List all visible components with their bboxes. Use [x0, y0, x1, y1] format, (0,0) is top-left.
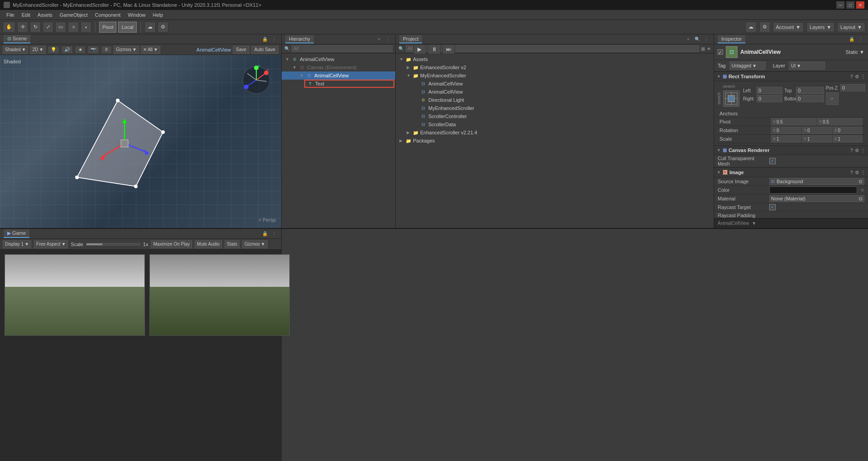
local-button[interactable]: Local	[118, 22, 136, 33]
scene-viewport[interactable]: X Y Z Shaded < Persp	[0, 55, 281, 228]
hierarchy-item-text[interactable]: T Text	[282, 80, 395, 88]
proj-item-animal-cell-view2[interactable]: ⊡ AnimalCellView	[396, 88, 714, 96]
fx-toggle[interactable]: ★	[75, 46, 86, 54]
scene-tab[interactable]: ⊙ Scene	[4, 35, 30, 43]
project-add-icon[interactable]: +	[685, 36, 692, 43]
grid-toggle[interactable]: #	[101, 46, 112, 54]
pivot-y-field[interactable]: Y 0.5	[817, 118, 863, 125]
color-pick-icon[interactable]: ⊙	[861, 188, 864, 192]
account-dropdown[interactable]: Account ▼	[773, 22, 804, 32]
maximize-button[interactable]: □	[846, 1, 854, 9]
proj-item-directional-light[interactable]: ⊙ Directional Light	[396, 96, 714, 104]
top-value[interactable]: 0	[796, 87, 824, 94]
pivot-x-field[interactable]: X 0.5	[771, 118, 816, 125]
collab-icon[interactable]: ☁	[745, 22, 757, 33]
menu-edit[interactable]: Edit	[18, 11, 34, 19]
hierarchy-item-canvas-env[interactable]: ▼ □ Canvas (Environment)	[282, 63, 395, 71]
hierarchy-tab[interactable]: Hierarchy	[285, 35, 314, 43]
aspect-dropdown[interactable]: Free Aspect ▼	[34, 240, 68, 248]
scene-lock-icon[interactable]: 🔒	[261, 36, 269, 43]
cr-help-icon[interactable]: ?	[850, 148, 853, 153]
project-menu-icon[interactable]: ⋮	[703, 36, 710, 43]
move-tool[interactable]: ✛	[17, 22, 28, 33]
mode-2d-dropdown[interactable]: 2D ▼	[30, 46, 46, 54]
cr-arrow[interactable]: ▼	[717, 148, 721, 152]
display-dropdown[interactable]: Display 1 ▼	[3, 240, 31, 248]
proj-item-enhanced-scroller-v2-2[interactable]: ▶ 📁 EnhancedScroller v2.21.4	[396, 128, 714, 137]
settings-icon[interactable]: ⚙	[759, 22, 770, 33]
rect-transform-arrow[interactable]: ▼	[717, 74, 721, 79]
source-image-pick-icon[interactable]: ⊙	[858, 179, 863, 185]
proj-item-packages[interactable]: ▶ 📁 Packages	[396, 137, 714, 145]
pause-button[interactable]: ⏸	[428, 44, 441, 54]
step-button[interactable]: ⏭	[442, 44, 455, 54]
menu-component[interactable]: Component	[91, 11, 124, 19]
hierarchy-item-scene[interactable]: ▼ ⊙ AnimalCellView	[282, 55, 395, 63]
proj-item-scroller-data[interactable]: ⊡ ScrollerData	[396, 120, 714, 128]
dot-tool[interactable]: •	[81, 22, 91, 33]
game-tab[interactable]: ▶ Game	[4, 229, 29, 238]
game-lock-icon[interactable]: 🔒	[261, 230, 269, 238]
object-enabled-checkbox[interactable]: ✓	[718, 49, 723, 55]
light-toggle[interactable]: 💡	[48, 46, 59, 54]
rt-anchor-diagram[interactable]	[723, 90, 739, 107]
project-search-icon[interactable]: 🔍	[694, 36, 701, 43]
menu-help[interactable]: Help	[149, 11, 167, 19]
image-menu-icon[interactable]: ⋮	[861, 170, 865, 175]
hierarchy-menu-icon[interactable]: ⋮	[384, 36, 392, 43]
bottom-value[interactable]: 0	[796, 95, 824, 102]
shaded-dropdown[interactable]: Shaded ▼	[3, 46, 28, 54]
tag-dropdown[interactable]: Untagged ▼	[729, 62, 766, 70]
close-button[interactable]: ✕	[856, 1, 864, 9]
rt-icon-btn[interactable]: ⟳	[826, 92, 839, 105]
rt-help-icon[interactable]: ?	[850, 74, 853, 79]
layout-dropdown[interactable]: Layout ▼	[837, 22, 865, 32]
scale-tool[interactable]: ⤢	[43, 22, 53, 33]
scale-slider[interactable]	[86, 243, 140, 246]
cull-checkbox[interactable]: ✓	[769, 158, 776, 164]
raycast-checkbox[interactable]: ✓	[769, 204, 776, 210]
posz-value[interactable]: 0	[840, 84, 865, 91]
menu-window[interactable]: Window	[124, 11, 149, 19]
minimize-button[interactable]: ─	[836, 1, 844, 9]
inspector-tab[interactable]: Inspector	[718, 35, 745, 43]
layers-dropdown[interactable]: Layers ▼	[806, 22, 834, 32]
autosave-button[interactable]: Auto Save	[251, 46, 278, 54]
scene-menu-icon[interactable]: ⋮	[270, 36, 278, 43]
scale-y-field[interactable]: Y 1	[802, 135, 832, 143]
menu-assets[interactable]: Assets	[34, 11, 56, 19]
inspector-lock-icon[interactable]: 🔒	[848, 36, 855, 43]
proj-item-animal-cell-view-asset[interactable]: ⊡ AnimalCellView	[396, 80, 714, 88]
proj-item-scroller-controller[interactable]: ⊡ ScrollerController	[396, 112, 714, 120]
save-button[interactable]: Save	[233, 46, 249, 54]
menu-file[interactable]: File	[3, 11, 18, 19]
image-settings-icon[interactable]: ⚙	[855, 170, 859, 175]
scale-z-field[interactable]: Z 1	[833, 135, 863, 143]
rotate-tool[interactable]: ↻	[30, 22, 41, 33]
mute-audio-btn[interactable]: Mute Audio	[195, 240, 222, 248]
hierarchy-search-input[interactable]	[292, 45, 393, 52]
project-tab[interactable]: Project	[399, 35, 422, 43]
hand-tool[interactable]: ✋	[3, 22, 15, 33]
left-value[interactable]: 0	[757, 87, 782, 94]
game-menu-icon[interactable]: ⋮	[270, 230, 278, 238]
maximize-on-play-btn[interactable]: Maximize On Play	[151, 240, 192, 248]
cr-menu-icon[interactable]: ⋮	[861, 148, 865, 153]
play-button[interactable]: ▶	[413, 44, 426, 54]
stats-btn[interactable]: Stats	[225, 240, 240, 248]
inspector-menu-icon[interactable]: ⋮	[857, 36, 864, 43]
menu-gameobject[interactable]: GameObject	[56, 11, 91, 19]
proj-item-my-enhanced-scroller[interactable]: ▼ 📁 MyEnhancedScroller	[396, 71, 714, 80]
rt-settings-icon[interactable]: ⚙	[855, 74, 859, 79]
image-help-icon[interactable]: ?	[850, 170, 853, 175]
game-gizmos-dropdown[interactable]: Gizmos ▼	[242, 240, 268, 248]
scene-cam-toggle[interactable]: 📷	[87, 46, 99, 54]
rt-menu-icon[interactable]: ⋮	[861, 74, 865, 79]
hierarchy-add-icon[interactable]: +	[375, 36, 383, 43]
color-field[interactable]	[769, 186, 857, 194]
rect-tool[interactable]: ▭	[55, 22, 66, 33]
hierarchy-item-animal-cell-view[interactable]: ▼ ⊡ AnimalCellView	[282, 71, 395, 80]
cloud-button[interactable]: ⚙	[158, 22, 168, 33]
proj-item-enhanced-scroller-v2[interactable]: ▶ 📁 EnhancedScroller v2	[396, 63, 714, 71]
right-value[interactable]: 0	[757, 95, 782, 102]
